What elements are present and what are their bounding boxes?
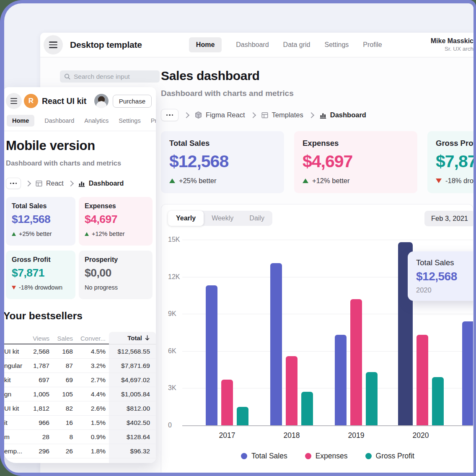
mobile-page-subtitle: Dashboard with charts and metrics	[6, 159, 121, 167]
mobile-page-title: Mobile version	[6, 138, 95, 153]
mobile-stat-cards: Total Sales$12,568+25% betterExpenses$4,…	[6, 197, 153, 299]
mobile-tab-analytics[interactable]: Analytics	[84, 117, 109, 124]
legend-dot-icon	[241, 453, 247, 459]
table-row: UI kit2,5681684.5%$12,568.55	[4, 344, 156, 359]
bar-gross-profit-2017[interactable]	[237, 407, 248, 425]
bar-total-sales-2019[interactable]	[335, 335, 347, 425]
search-icon	[64, 73, 70, 80]
cell-value: 1.8%	[76, 448, 109, 455]
cell-product: it	[4, 462, 26, 463]
column-header-total[interactable]: Total	[109, 332, 156, 344]
mobile-tab-settings[interactable]: Settings	[119, 117, 140, 124]
card-label: Prosperity	[85, 256, 147, 264]
y-axis-tick: 0	[168, 422, 172, 429]
x-axis-label-2017: 2017	[195, 431, 259, 440]
cell-product: it	[4, 419, 26, 427]
mobile-menu-button[interactable]	[6, 93, 22, 109]
avatar[interactable]	[94, 94, 109, 108]
column-header-sales[interactable]: Sales	[53, 335, 76, 342]
divider	[4, 131, 156, 131]
breadcrumb-item-react[interactable]: React	[35, 180, 64, 187]
legend-label: Gross Profit	[376, 452, 414, 460]
table-icon	[261, 111, 269, 119]
table-row: ngular1,787873.2%$7,871.69	[4, 359, 156, 373]
tab-profile[interactable]: Profile	[363, 41, 382, 49]
page-frame: Desktop template HomeDashboardData gridS…	[0, 0, 476, 476]
legend-item-total-sales[interactable]: Total Sales	[241, 452, 287, 460]
cube-icon	[194, 111, 202, 119]
bar-expenses-2020[interactable]	[416, 335, 428, 425]
bar-gross-profit-2020[interactable]	[432, 377, 444, 425]
breadcrumb-label: Figma React	[206, 111, 245, 119]
cell-value: 105	[53, 391, 76, 398]
bar-gross-profit-2018[interactable]	[301, 392, 313, 425]
mobile-stat-card-expenses: Expenses$4,697+12% better	[79, 197, 153, 246]
cell-value: 4.5%	[76, 348, 109, 355]
mobile-tab-profile[interactable]: Profile	[151, 117, 156, 124]
bar-total-sales-2017[interactable]	[206, 285, 217, 425]
cell-value: 26	[53, 448, 76, 455]
cell-value: $96.32	[109, 444, 156, 458]
tab-data-grid[interactable]: Data grid	[283, 41, 310, 49]
card-value: $7,871	[436, 152, 473, 171]
tab-settings[interactable]: Settings	[325, 41, 349, 49]
breadcrumb-item-templates[interactable]: Templates	[261, 111, 303, 119]
x-axis-label-2018: 2018	[259, 431, 324, 440]
breadcrumb-item-dashboard[interactable]: Dashboard	[319, 111, 366, 119]
column-header-views[interactable]: Views	[26, 335, 53, 342]
cell-value: 69	[53, 376, 76, 384]
brand-name: React UI kit	[42, 96, 86, 106]
chart-tooltip: Total Sales $12,568 2020	[408, 251, 473, 301]
bar-partial-next-year[interactable]	[462, 321, 473, 425]
cell-value: $24.05	[109, 458, 156, 463]
period-tab-daily[interactable]: Daily	[241, 211, 272, 226]
column-header-conver[interactable]: Conver...	[76, 335, 109, 342]
page-title: Sales dashboard	[161, 69, 260, 83]
trend-text: -18% drowdown	[19, 284, 62, 291]
bar-expenses-2017[interactable]	[221, 380, 233, 425]
bestsellers-title: Your bestsellers	[4, 310, 83, 322]
chart-card: YearlyWeeklyDaily Feb 3, 2021 15K12K9K6K…	[161, 204, 473, 473]
tab-dashboard[interactable]: Dashboard	[236, 41, 269, 49]
breadcrumb-more-button[interactable]	[6, 178, 21, 189]
mobile-tab-dashboard[interactable]: Dashboard	[44, 117, 74, 124]
trend-row: +12% better	[85, 230, 147, 237]
brand-logo: R	[24, 94, 38, 108]
mobile-tab-home[interactable]: Home	[7, 115, 34, 127]
bar-expenses-2019[interactable]	[350, 299, 362, 425]
chart-icon	[78, 180, 85, 187]
breadcrumb-item-dashboard[interactable]: Dashboard	[78, 180, 124, 187]
sort-descending-icon	[145, 335, 150, 341]
mobile-nav-tabs: HomeDashboardAnalyticsSettingsProfile	[7, 115, 156, 127]
cell-value: 8	[53, 433, 76, 441]
bar-total-sales-2018[interactable]	[270, 263, 282, 425]
cell-value: 2.7%	[76, 376, 109, 384]
legend-item-expenses[interactable]: Expenses	[305, 452, 348, 460]
table-row: UI kit1,812822.6%$812.00	[4, 401, 156, 416]
cell-value: 0.2%	[76, 462, 109, 463]
breadcrumb-more-button[interactable]	[161, 109, 178, 121]
cell-value: 0.9%	[76, 433, 109, 441]
table-row: emp...296261.8%$96.32	[4, 444, 156, 458]
bar-gross-profit-2019[interactable]	[366, 372, 378, 425]
user-block[interactable]: Mike Masskic Sr. UX arch	[424, 37, 473, 53]
table-header-row: ViewsSalesConver...Total	[4, 332, 156, 344]
date-picker-chip[interactable]: Feb 3, 2021	[424, 211, 473, 226]
bar-expenses-2018[interactable]	[286, 356, 298, 425]
y-axis-tick: 9K	[168, 310, 176, 318]
y-axis-tick: 15K	[168, 236, 180, 243]
period-tab-weekly[interactable]: Weekly	[204, 211, 241, 226]
trend-row: -18% drowdown	[12, 284, 70, 291]
x-axis-labels: 2017201820192020	[182, 431, 473, 440]
tab-home[interactable]: Home	[189, 37, 222, 52]
menu-button[interactable]	[44, 35, 63, 54]
mobile-stat-card-total-sales: Total Sales$12,568+25% better	[6, 197, 75, 246]
cell-value: $7,871.69	[109, 359, 156, 373]
card-label: Gross Profit	[436, 139, 473, 148]
search-input[interactable]: Search dense input	[60, 70, 160, 83]
period-tab-yearly[interactable]: Yearly	[168, 211, 204, 226]
purchase-button[interactable]: Purchase	[113, 95, 152, 108]
legend-item-gross-profit[interactable]: Gross Profit	[365, 452, 414, 460]
breadcrumb-item-figma-react[interactable]: Figma React	[194, 111, 245, 119]
trend-text: -18% drowdown	[445, 177, 473, 185]
